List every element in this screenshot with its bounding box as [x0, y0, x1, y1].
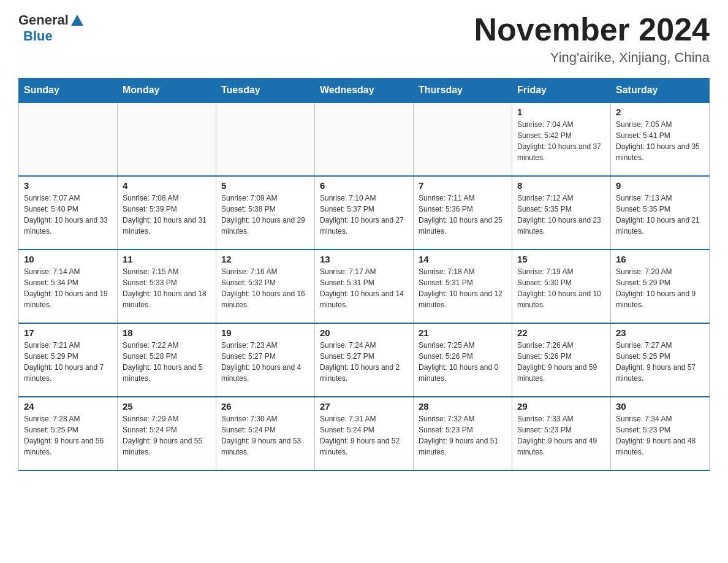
day-info: Sunrise: 7:31 AM Sunset: 5:24 PM Dayligh…: [320, 413, 408, 458]
day-number: 13: [320, 254, 408, 264]
day-number: 4: [123, 180, 211, 191]
calendar-cell-w2-d5: 7Sunrise: 7:11 AM Sunset: 5:36 PM Daylig…: [414, 176, 512, 250]
calendar-cell-w3-d5: 14Sunrise: 7:18 AM Sunset: 5:31 PM Dayli…: [414, 250, 512, 323]
calendar-cell-w5-d4: 27Sunrise: 7:31 AM Sunset: 5:24 PM Dayli…: [315, 397, 414, 470]
day-number: 27: [320, 401, 408, 412]
calendar-week-5: 24Sunrise: 7:28 AM Sunset: 5:25 PM Dayli…: [19, 397, 710, 470]
day-info: Sunrise: 7:22 AM Sunset: 5:28 PM Dayligh…: [123, 340, 211, 384]
day-info: Sunrise: 7:19 AM Sunset: 5:30 PM Dayligh…: [517, 266, 605, 310]
day-number: 1: [517, 107, 605, 117]
day-number: 12: [221, 254, 309, 264]
day-info: Sunrise: 7:18 AM Sunset: 5:31 PM Dayligh…: [419, 266, 507, 310]
calendar-cell-w3-d7: 16Sunrise: 7:20 AM Sunset: 5:29 PM Dayli…: [611, 250, 710, 323]
calendar-cell-w1-d6: 1Sunrise: 7:04 AM Sunset: 5:42 PM Daylig…: [512, 102, 611, 176]
calendar-week-3: 10Sunrise: 7:14 AM Sunset: 5:34 PM Dayli…: [19, 250, 710, 323]
day-info: Sunrise: 7:24 AM Sunset: 5:27 PM Dayligh…: [320, 340, 408, 384]
day-info: Sunrise: 7:17 AM Sunset: 5:31 PM Dayligh…: [320, 266, 408, 310]
header-friday: Friday: [512, 79, 611, 103]
day-info: Sunrise: 7:32 AM Sunset: 5:23 PM Dayligh…: [419, 413, 507, 458]
day-number: 18: [123, 327, 211, 338]
day-number: 23: [616, 327, 704, 338]
calendar-cell-w1-d1: [19, 102, 118, 176]
logo-triangle-icon: [71, 15, 83, 26]
day-info: Sunrise: 7:07 AM Sunset: 5:40 PM Dayligh…: [24, 193, 112, 237]
day-info: Sunrise: 7:09 AM Sunset: 5:38 PM Dayligh…: [221, 193, 309, 237]
calendar-cell-w4-d4: 20Sunrise: 7:24 AM Sunset: 5:27 PM Dayli…: [315, 323, 414, 397]
day-number: 6: [320, 180, 408, 191]
day-number: 9: [616, 180, 704, 191]
calendar-cell-w2-d7: 9Sunrise: 7:13 AM Sunset: 5:35 PM Daylig…: [611, 176, 710, 250]
day-info: Sunrise: 7:34 AM Sunset: 5:23 PM Dayligh…: [616, 413, 704, 458]
day-number: 19: [221, 327, 309, 338]
header-tuesday: Tuesday: [216, 79, 315, 103]
day-info: Sunrise: 7:13 AM Sunset: 5:35 PM Dayligh…: [616, 193, 704, 237]
day-info: Sunrise: 7:12 AM Sunset: 5:35 PM Dayligh…: [517, 193, 605, 237]
logo-text-blue: Blue: [23, 28, 53, 44]
calendar-cell-w5-d1: 24Sunrise: 7:28 AM Sunset: 5:25 PM Dayli…: [19, 397, 118, 470]
calendar-cell-w4-d6: 22Sunrise: 7:26 AM Sunset: 5:26 PM Dayli…: [512, 323, 611, 397]
calendar-week-1: 1Sunrise: 7:04 AM Sunset: 5:42 PM Daylig…: [19, 102, 710, 176]
day-info: Sunrise: 7:10 AM Sunset: 5:37 PM Dayligh…: [320, 193, 408, 237]
day-info: Sunrise: 7:33 AM Sunset: 5:23 PM Dayligh…: [517, 413, 605, 458]
calendar-cell-w4-d3: 19Sunrise: 7:23 AM Sunset: 5:27 PM Dayli…: [216, 323, 315, 397]
calendar-cell-w1-d5: [414, 102, 512, 176]
day-number: 26: [221, 401, 309, 412]
month-title: November 2024: [474, 12, 710, 47]
calendar-cell-w2-d4: 6Sunrise: 7:10 AM Sunset: 5:37 PM Daylig…: [315, 176, 414, 250]
header-wednesday: Wednesday: [315, 79, 414, 103]
header-monday: Monday: [118, 79, 216, 103]
calendar-cell-w5-d6: 29Sunrise: 7:33 AM Sunset: 5:23 PM Dayli…: [512, 397, 611, 470]
calendar-cell-w4-d2: 18Sunrise: 7:22 AM Sunset: 5:28 PM Dayli…: [118, 323, 216, 397]
day-info: Sunrise: 7:14 AM Sunset: 5:34 PM Dayligh…: [24, 266, 112, 310]
day-number: 29: [517, 401, 605, 412]
day-info: Sunrise: 7:25 AM Sunset: 5:26 PM Dayligh…: [419, 340, 507, 384]
calendar-week-2: 3Sunrise: 7:07 AM Sunset: 5:40 PM Daylig…: [19, 176, 710, 250]
weekday-header-row: Sunday Monday Tuesday Wednesday Thursday…: [19, 79, 710, 103]
calendar-cell-w5-d5: 28Sunrise: 7:32 AM Sunset: 5:23 PM Dayli…: [414, 397, 512, 470]
day-number: 3: [24, 180, 112, 191]
calendar-cell-w1-d7: 2Sunrise: 7:05 AM Sunset: 5:41 PM Daylig…: [611, 102, 710, 176]
day-number: 15: [517, 254, 605, 264]
day-number: 22: [517, 327, 605, 338]
day-number: 14: [419, 254, 507, 264]
header-thursday: Thursday: [414, 79, 512, 103]
calendar-cell-w2-d2: 4Sunrise: 7:08 AM Sunset: 5:39 PM Daylig…: [118, 176, 216, 250]
day-info: Sunrise: 7:23 AM Sunset: 5:27 PM Dayligh…: [221, 340, 309, 384]
calendar-cell-w4-d1: 17Sunrise: 7:21 AM Sunset: 5:29 PM Dayli…: [19, 323, 118, 397]
day-number: 24: [24, 401, 112, 412]
day-number: 28: [419, 401, 507, 412]
header-sunday: Sunday: [19, 79, 118, 103]
day-info: Sunrise: 7:15 AM Sunset: 5:33 PM Dayligh…: [123, 266, 211, 310]
day-number: 10: [24, 254, 112, 264]
logo-text-general: General: [18, 12, 69, 28]
location-subtitle: Ying'airike, Xinjiang, China: [474, 50, 710, 66]
calendar-cell-w5-d7: 30Sunrise: 7:34 AM Sunset: 5:23 PM Dayli…: [611, 397, 710, 470]
calendar-cell-w1-d2: [118, 102, 216, 176]
calendar-header: Sunday Monday Tuesday Wednesday Thursday…: [19, 79, 710, 103]
day-number: 16: [616, 254, 704, 264]
day-number: 7: [419, 180, 507, 191]
day-info: Sunrise: 7:28 AM Sunset: 5:25 PM Dayligh…: [24, 413, 112, 458]
day-info: Sunrise: 7:04 AM Sunset: 5:42 PM Dayligh…: [517, 119, 605, 163]
day-info: Sunrise: 7:11 AM Sunset: 5:36 PM Dayligh…: [419, 193, 507, 237]
day-number: 25: [123, 401, 211, 412]
day-info: Sunrise: 7:21 AM Sunset: 5:29 PM Dayligh…: [24, 340, 112, 384]
calendar-cell-w4-d5: 21Sunrise: 7:25 AM Sunset: 5:26 PM Dayli…: [414, 323, 512, 397]
calendar-cell-w2-d3: 5Sunrise: 7:09 AM Sunset: 5:38 PM Daylig…: [216, 176, 315, 250]
day-info: Sunrise: 7:27 AM Sunset: 5:25 PM Dayligh…: [616, 340, 704, 384]
day-info: Sunrise: 7:20 AM Sunset: 5:29 PM Dayligh…: [616, 266, 704, 310]
calendar-cell-w5-d2: 25Sunrise: 7:29 AM Sunset: 5:24 PM Dayli…: [118, 397, 216, 470]
calendar-cell-w3-d4: 13Sunrise: 7:17 AM Sunset: 5:31 PM Dayli…: [315, 250, 414, 323]
svg-marker-0: [71, 15, 83, 26]
day-info: Sunrise: 7:26 AM Sunset: 5:26 PM Dayligh…: [517, 340, 605, 384]
calendar-cell-w3-d3: 12Sunrise: 7:16 AM Sunset: 5:32 PM Dayli…: [216, 250, 315, 323]
calendar-cell-w4-d7: 23Sunrise: 7:27 AM Sunset: 5:25 PM Dayli…: [611, 323, 710, 397]
day-info: Sunrise: 7:30 AM Sunset: 5:24 PM Dayligh…: [221, 413, 309, 458]
calendar-table: Sunday Monday Tuesday Wednesday Thursday…: [18, 78, 710, 471]
day-number: 2: [616, 107, 704, 117]
calendar-cell-w2-d6: 8Sunrise: 7:12 AM Sunset: 5:35 PM Daylig…: [512, 176, 611, 250]
header-saturday: Saturday: [611, 79, 710, 103]
logo: General Blue: [18, 12, 83, 44]
day-number: 17: [24, 327, 112, 338]
day-number: 30: [616, 401, 704, 412]
